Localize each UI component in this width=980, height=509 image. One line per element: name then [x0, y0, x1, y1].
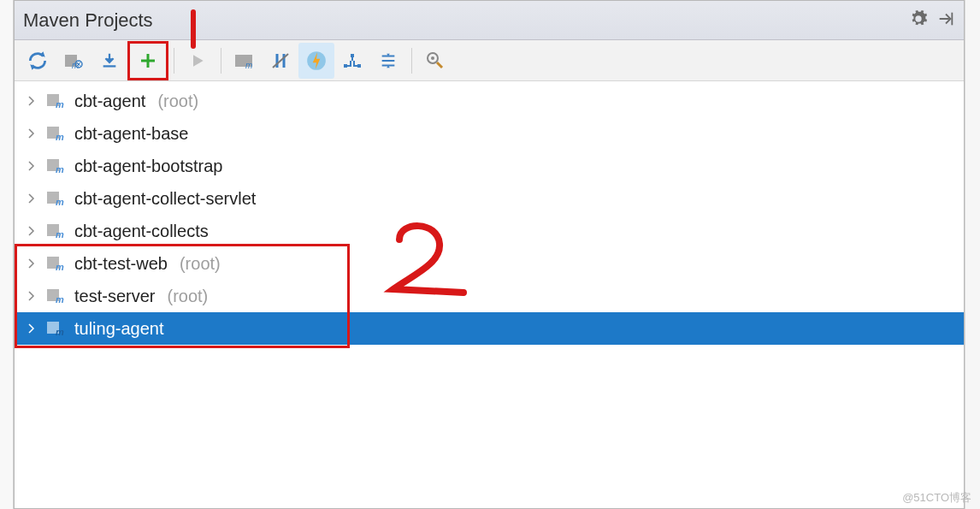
- tree-item[interactable]: m cbt-agent-collects: [15, 215, 964, 247]
- tree-item[interactable]: m cbt-agent (root): [15, 85, 964, 117]
- separator: [174, 48, 174, 74]
- chevron-right-icon: [27, 323, 37, 334]
- titlebar: Maven Projects: [15, 1, 964, 40]
- toggle-offline-button[interactable]: m: [227, 43, 263, 79]
- tree-item-selected[interactable]: m tuling-agent: [15, 312, 964, 345]
- svg-text:m: m: [56, 294, 64, 305]
- item-label: test-server: [74, 287, 155, 306]
- svg-point-6: [431, 56, 434, 60]
- chevron-right-icon: [27, 258, 37, 269]
- maven-module-icon: m: [45, 222, 66, 240]
- chevron-right-icon: [27, 226, 37, 236]
- item-label: cbt-agent: [74, 92, 145, 111]
- item-label: cbt-agent-collects: [74, 222, 209, 241]
- left-gutter: [0, 0, 14, 509]
- item-label: cbt-agent-collect-servlet: [74, 189, 256, 209]
- download-button[interactable]: [92, 43, 127, 79]
- svg-text:m: m: [56, 229, 64, 240]
- maven-module-icon: m: [45, 320, 66, 337]
- svg-text:m: m: [56, 99, 64, 109]
- maven-module-icon: m: [45, 190, 66, 207]
- tree-item[interactable]: m cbt-agent-collect-servlet: [15, 182, 964, 215]
- collapse-all-button[interactable]: [370, 43, 406, 79]
- generate-button[interactable]: m: [56, 43, 92, 79]
- svg-text:m: m: [56, 262, 64, 272]
- right-gutter: [965, 0, 980, 509]
- show-deps-button[interactable]: [334, 43, 370, 79]
- chevron-right-icon: [27, 96, 37, 106]
- chevron-right-icon: [27, 193, 37, 204]
- item-label: cbt-agent-base: [74, 124, 188, 144]
- tree-item[interactable]: m cbt-agent-base: [15, 117, 964, 150]
- profile-button[interactable]: [298, 43, 334, 79]
- panel-title: Maven Projects: [23, 9, 909, 32]
- toolbar: m m: [15, 40, 964, 81]
- root-suffix: (root): [180, 254, 221, 274]
- tree-item[interactable]: m cbt-agent-bootstrap: [15, 150, 964, 182]
- item-label: tuling-agent: [74, 319, 164, 339]
- maven-module-icon: m: [45, 287, 66, 305]
- root-suffix: (root): [167, 287, 208, 306]
- run-button[interactable]: [180, 43, 215, 79]
- chevron-right-icon: [27, 291, 37, 301]
- maven-settings-button[interactable]: [417, 43, 453, 79]
- svg-text:m: m: [56, 164, 64, 175]
- item-label: cbt-agent-bootstrap: [74, 157, 222, 176]
- tree-item[interactable]: m cbt-test-web (root): [15, 247, 964, 280]
- svg-text:m: m: [56, 327, 64, 337]
- skip-tests-button[interactable]: [263, 43, 298, 79]
- gear-icon[interactable]: [909, 9, 928, 31]
- hide-icon[interactable]: [936, 9, 955, 31]
- maven-module-icon: m: [45, 125, 66, 142]
- maven-module-icon: m: [45, 255, 66, 272]
- svg-text:m: m: [245, 61, 252, 70]
- separator: [221, 48, 221, 74]
- svg-text:m: m: [56, 197, 64, 207]
- titlebar-actions: [909, 9, 955, 31]
- project-tree: m cbt-agent (root) m cbt-agent-base m cb…: [15, 81, 964, 345]
- refresh-button[interactable]: [20, 43, 56, 79]
- separator: [411, 48, 412, 74]
- chevron-right-icon: [27, 161, 37, 171]
- svg-text:m: m: [56, 132, 64, 142]
- maven-module-icon: m: [45, 157, 66, 175]
- root-suffix: (root): [157, 92, 198, 111]
- add-button[interactable]: [127, 41, 168, 80]
- chevron-right-icon: [27, 128, 37, 139]
- maven-panel: Maven Projects m m: [14, 0, 965, 509]
- item-label: cbt-test-web: [74, 254, 168, 274]
- maven-module-icon: m: [45, 92, 66, 109]
- watermark: @51CTO博客: [902, 490, 971, 506]
- tree-item[interactable]: m test-server (root): [15, 280, 964, 312]
